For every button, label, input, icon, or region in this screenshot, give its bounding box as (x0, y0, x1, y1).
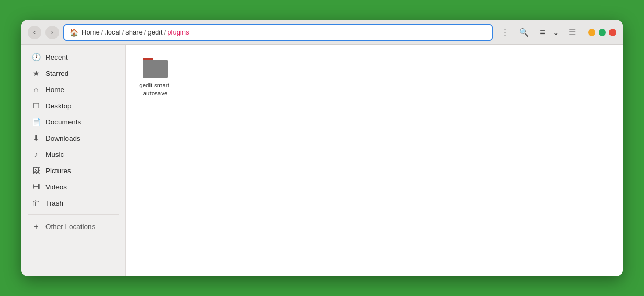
menu-button[interactable]: ⋮ (497, 25, 513, 40)
file-manager-window: ‹ › 🏠 Home / .local / share / gedit / pl… (21, 20, 623, 276)
sidebar-item-music[interactable]: ♪ Music (24, 146, 123, 162)
sidebar-label-videos: Videos (45, 183, 67, 191)
sidebar-item-desktop[interactable]: ☐ Desktop (24, 98, 123, 113)
main-content: gedit-smart-autosave (126, 45, 623, 276)
breadcrumb-sep-3: / (144, 28, 146, 36)
sort-button[interactable]: ≡ (535, 25, 550, 40)
trash-icon: 🗑 (32, 199, 40, 207)
window-controls (588, 29, 616, 36)
documents-icon: 📄 (32, 118, 40, 126)
sidebar-divider (28, 214, 119, 215)
sidebar-label-home: Home (45, 86, 64, 94)
breadcrumb-home[interactable]: Home (82, 28, 100, 36)
pictures-icon: 🖼 (32, 166, 40, 175)
breadcrumb-sep-2: / (122, 28, 124, 36)
sidebar-item-starred[interactable]: ★ Starred (24, 65, 123, 81)
desktop-icon: ☐ (32, 101, 40, 110)
search-icon: 🔍 (519, 28, 529, 37)
sidebar-label-other-locations: Other Locations (45, 223, 95, 231)
sidebar-label-recent: Recent (45, 53, 68, 61)
videos-icon: 🎞 (32, 183, 40, 191)
recent-icon: 🕐 (32, 53, 40, 61)
close-button[interactable] (609, 29, 616, 36)
breadcrumb-sep-4: / (164, 28, 166, 36)
sort-down-icon: ⌄ (553, 28, 559, 37)
back-button[interactable]: ‹ (28, 26, 41, 39)
sidebar-item-home[interactable]: ⌂ Home (24, 82, 123, 97)
folder-body (143, 60, 168, 78)
sidebar-label-pictures: Pictures (45, 167, 71, 175)
file-item-gedit-smart-autosave[interactable]: gedit-smart-autosave (134, 53, 176, 101)
home-sidebar-icon: ⌂ (32, 85, 40, 94)
home-icon: 🏠 (70, 28, 78, 37)
content-area: 🕐 Recent ★ Starred ⌂ Home ☐ Desktop 📄 Do… (21, 45, 623, 276)
sidebar: 🕐 Recent ★ Starred ⌂ Home ☐ Desktop 📄 Do… (21, 45, 126, 276)
file-label: gedit-smart-autosave (136, 82, 174, 97)
sort-order-button[interactable]: ⌄ (550, 25, 561, 40)
breadcrumb-share[interactable]: share (125, 28, 143, 36)
sort-group: ≡ ⌄ (535, 25, 561, 40)
titlebar: ‹ › 🏠 Home / .local / share / gedit / pl… (21, 20, 623, 45)
sidebar-item-other-locations[interactable]: + Other Locations (24, 219, 123, 234)
view-button[interactable]: ☰ (564, 25, 580, 40)
search-button[interactable]: 🔍 (516, 25, 532, 40)
menu-icon: ⋮ (501, 28, 509, 37)
sidebar-label-starred: Starred (45, 70, 68, 77)
breadcrumb-active[interactable]: plugins (167, 28, 189, 36)
sort-icon: ≡ (540, 28, 545, 37)
breadcrumb-sep-1: / (101, 28, 104, 36)
sidebar-item-documents[interactable]: 📄 Documents (24, 114, 123, 130)
sidebar-item-pictures[interactable]: 🖼 Pictures (24, 163, 123, 178)
view-icon: ☰ (569, 28, 576, 37)
sidebar-label-documents: Documents (45, 118, 81, 126)
sidebar-label-desktop: Desktop (45, 102, 72, 110)
folder-icon (143, 58, 168, 78)
sidebar-label-music: Music (45, 151, 64, 158)
breadcrumb-gedit[interactable]: gedit (147, 28, 162, 36)
music-icon: ♪ (32, 150, 40, 158)
file-grid: gedit-smart-autosave (134, 53, 614, 101)
titlebar-actions: ⋮ 🔍 ≡ ⌄ ☰ (497, 25, 580, 40)
sidebar-label-downloads: Downloads (45, 134, 80, 142)
sidebar-label-trash: Trash (45, 199, 63, 207)
sidebar-item-downloads[interactable]: ⬇ Downloads (24, 130, 123, 146)
breadcrumb-local[interactable]: .local (105, 28, 120, 36)
forward-button[interactable]: › (45, 26, 59, 39)
sidebar-item-videos[interactable]: 🎞 Videos (24, 179, 123, 195)
starred-icon: ★ (32, 69, 40, 77)
maximize-button[interactable] (599, 29, 606, 36)
other-locations-icon: + (32, 222, 40, 231)
breadcrumb-bar[interactable]: 🏠 Home / .local / share / gedit / plugin… (63, 24, 493, 41)
downloads-icon: ⬇ (32, 134, 40, 142)
minimize-button[interactable] (588, 29, 595, 36)
sidebar-item-trash[interactable]: 🗑 Trash (24, 195, 123, 211)
sidebar-item-recent[interactable]: 🕐 Recent (24, 49, 123, 65)
